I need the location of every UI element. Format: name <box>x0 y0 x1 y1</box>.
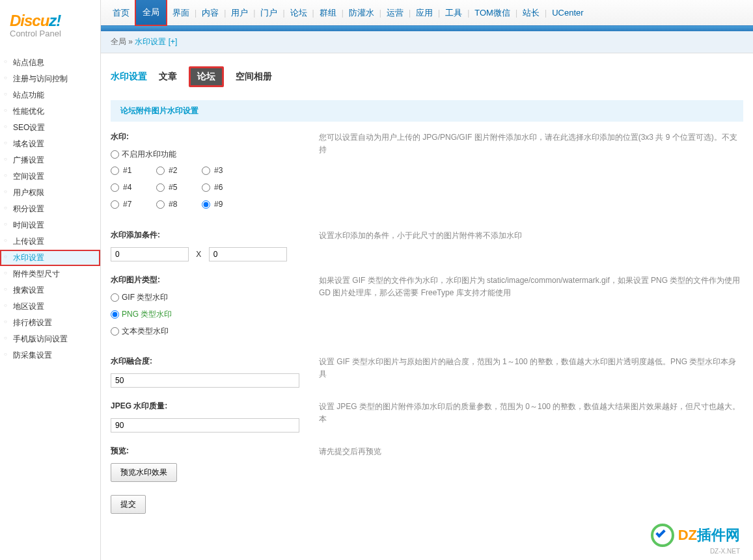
check-icon <box>651 524 674 547</box>
sidebar-link[interactable]: SEO设置 <box>13 123 45 132</box>
sidebar-item-13[interactable]: 附件类型尺寸 <box>0 266 100 282</box>
sidebar-link[interactable]: 上传设置 <box>13 237 44 246</box>
tab-0[interactable]: 水印设置 <box>111 71 147 83</box>
radio-position-6[interactable]: #6 <box>202 183 231 192</box>
jpeg-input[interactable] <box>111 418 299 433</box>
nav-item-7[interactable]: 群组 <box>314 0 342 26</box>
radio-imgtype-1[interactable]: PNG 类型水印 <box>111 309 172 320</box>
sidebar-item-9[interactable]: 积分设置 <box>0 201 100 217</box>
top-nav: 首页全局界面|内容|用户|门户|论坛|群组|防灌水|运营|应用|工具|TOM微信… <box>101 0 753 26</box>
sidebar-link[interactable]: 时间设置 <box>13 220 44 230</box>
nav-item-0[interactable]: 首页 <box>107 0 135 26</box>
nav-item-13[interactable]: 站长 <box>517 0 545 26</box>
radio-position-8[interactable]: #8 <box>156 200 185 209</box>
radio-disable-watermark[interactable]: 不启用水印功能 <box>111 149 176 160</box>
radio-position-2[interactable]: #2 <box>156 166 185 175</box>
preview-desc: 请先提交后再预览 <box>319 446 743 482</box>
sidebar-item-2[interactable]: 站点功能 <box>0 87 100 103</box>
radio-position-5[interactable]: #5 <box>156 183 185 192</box>
nav-item-8[interactable]: 防灌水 <box>344 0 379 26</box>
sidebar-link[interactable]: 附件类型尺寸 <box>13 269 60 278</box>
watermark-desc: 您可以设置自动为用户上传的 JPG/PNG/GIF 图片附件添加水印，请在此选择… <box>319 131 743 217</box>
imgtype-label: 水印图片类型: <box>111 274 319 286</box>
radio-position-3[interactable]: #3 <box>202 166 231 175</box>
tab-2[interactable]: 论坛 <box>189 66 224 87</box>
preview-label: 预览: <box>111 446 319 457</box>
nav-item-5[interactable]: 门户 <box>255 0 282 26</box>
nav-item-14[interactable]: UCenter <box>547 0 588 26</box>
section-title: 论坛附件图片水印设置 <box>111 100 743 122</box>
nav-item-4[interactable]: 用户 <box>226 0 253 26</box>
sidebar-item-11[interactable]: 上传设置 <box>0 233 100 250</box>
sidebar-link[interactable]: 广播设置 <box>13 155 44 165</box>
nav-item-6[interactable]: 论坛 <box>285 0 312 26</box>
tab-3[interactable]: 空间相册 <box>236 71 272 83</box>
condition-label: 水印添加条件: <box>111 230 319 241</box>
opacity-input[interactable] <box>111 373 299 388</box>
sub-tabs: 水印设置文章论坛空间相册 <box>101 53 753 94</box>
imgtype-desc: 如果设置 GIF 类型的文件作为水印，水印图片为 static/image/co… <box>319 274 743 343</box>
sidebar-link[interactable]: 防采集设置 <box>13 351 52 360</box>
radio-imgtype-2[interactable]: 文本类型水印 <box>111 326 169 337</box>
breadcrumb: 全局 » 水印设置 [+] <box>101 31 753 53</box>
sidebar-item-5[interactable]: 域名设置 <box>0 136 100 152</box>
sidebar-item-6[interactable]: 广播设置 <box>0 152 100 168</box>
sidebar-link[interactable]: 站点信息 <box>13 58 44 67</box>
tab-1[interactable]: 文章 <box>159 71 177 83</box>
breadcrumb-page[interactable]: 水印设置 <box>135 37 166 46</box>
logo: Discuz! Control Panel <box>0 0 100 45</box>
logo-text: Discu <box>10 12 49 29</box>
sidebar-item-1[interactable]: 注册与访问控制 <box>0 71 100 87</box>
radio-position-9[interactable]: #9 <box>202 200 231 209</box>
nav-item-10[interactable]: 应用 <box>411 0 438 26</box>
condition-desc: 设置水印添加的条件，小于此尺寸的图片附件将不添加水印 <box>319 230 743 261</box>
sidebar-item-7[interactable]: 空间设置 <box>0 168 100 185</box>
condition-width-input[interactable] <box>111 247 189 261</box>
nav-item-9[interactable]: 运营 <box>381 0 409 26</box>
sidebar-link[interactable]: 注册与访问控制 <box>13 74 68 83</box>
sidebar-link[interactable]: 排行榜设置 <box>13 318 52 327</box>
sidebar-link[interactable]: 空间设置 <box>13 172 44 181</box>
sidebar-item-12[interactable]: 水印设置 <box>0 250 100 266</box>
footer-watermark-logo: DZ插件网 DZ-X.NET <box>651 524 740 547</box>
preview-button[interactable]: 预览水印效果 <box>111 463 177 482</box>
sidebar-link[interactable]: 手机版访问设置 <box>13 334 68 343</box>
sidebar-item-10[interactable]: 时间设置 <box>0 217 100 233</box>
nav-item-1[interactable]: 全局 <box>135 0 167 26</box>
sidebar-item-0[interactable]: 站点信息 <box>0 55 100 71</box>
sidebar-link[interactable]: 积分设置 <box>13 204 44 213</box>
sidebar-item-14[interactable]: 搜索设置 <box>0 282 100 299</box>
nav-bg <box>101 26 753 31</box>
radio-position-4[interactable]: #4 <box>111 183 140 192</box>
nav-item-12[interactable]: TOM微信 <box>469 0 515 26</box>
sidebar-link[interactable]: 用户权限 <box>13 188 44 197</box>
sidebar-link[interactable]: 域名设置 <box>13 139 44 148</box>
nav-item-3[interactable]: 内容 <box>197 0 224 26</box>
sidebar-item-15[interactable]: 地区设置 <box>0 299 100 315</box>
sidebar-link[interactable]: 搜索设置 <box>13 286 44 295</box>
sidebar-link[interactable]: 站点功能 <box>13 90 44 100</box>
submit-button[interactable]: 提交 <box>111 495 146 514</box>
sidebar-link[interactable]: 地区设置 <box>13 302 44 311</box>
watermark-label: 水印: <box>111 131 319 142</box>
condition-height-input[interactable] <box>209 247 287 261</box>
sidebar-item-4[interactable]: SEO设置 <box>0 120 100 136</box>
main-area: 首页全局界面|内容|用户|门户|论坛|群组|防灌水|运营|应用|工具|TOM微信… <box>101 0 753 560</box>
radio-imgtype-0[interactable]: GIF 类型水印 <box>111 292 168 303</box>
sidebar-link[interactable]: 性能优化 <box>13 107 44 116</box>
nav-item-2[interactable]: 界面 <box>167 0 195 26</box>
sidebar-item-16[interactable]: 排行榜设置 <box>0 315 100 331</box>
breadcrumb-expand[interactable]: [+] <box>169 37 178 46</box>
sidebar-item-17[interactable]: 手机版访问设置 <box>0 331 100 347</box>
radio-position-1[interactable]: #1 <box>111 166 140 175</box>
sidebar-item-3[interactable]: 性能优化 <box>0 103 100 120</box>
sidebar-item-8[interactable]: 用户权限 <box>0 185 100 201</box>
nav-item-11[interactable]: 工具 <box>440 0 467 26</box>
sidebar-item-18[interactable]: 防采集设置 <box>0 347 100 364</box>
radio-position-7[interactable]: #7 <box>111 200 140 209</box>
opacity-desc: 设置 GIF 类型水印图片与原始图片的融合度，范围为 1～100 的整数，数值越… <box>319 356 743 388</box>
sidebar-link[interactable]: 水印设置 <box>13 253 44 262</box>
jpeg-desc: 设置 JPEG 类型的图片附件添加水印后的质量参数，范围为 0～100 的整数，… <box>319 401 743 433</box>
side-menu: 站点信息注册与访问控制站点功能性能优化SEO设置域名设置广播设置空间设置用户权限… <box>0 45 100 373</box>
logo-subtitle: Control Panel <box>10 29 90 38</box>
